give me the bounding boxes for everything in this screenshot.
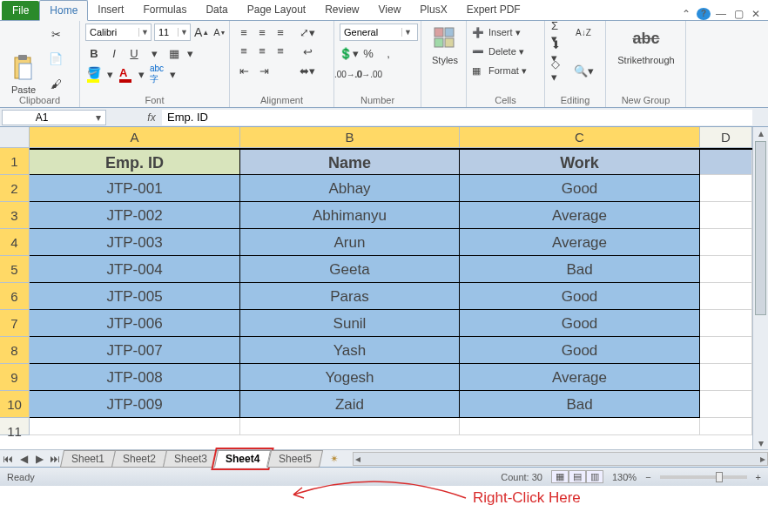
row-header-5[interactable]: 5 (0, 256, 30, 283)
page-break-view-icon[interactable]: ▥ (586, 470, 603, 483)
cell[interactable] (700, 364, 752, 391)
comma-icon[interactable]: , (380, 44, 397, 62)
increase-font-icon[interactable]: A▲ (193, 24, 210, 41)
cells-area[interactable]: Emp. IDNameWorkJTP-001AbhayGoodJTP-002Ab… (30, 148, 752, 435)
cell[interactable]: Abhay (240, 175, 460, 202)
cell[interactable]: Yogesh (240, 364, 460, 391)
copy-icon[interactable]: 📄 (47, 51, 64, 68)
prev-sheet-icon[interactable]: ◀ (16, 453, 31, 465)
decrease-decimal-icon[interactable]: .0→.00 (360, 65, 377, 83)
tab-formulas[interactable]: Formulas (133, 0, 196, 20)
increase-indent-icon[interactable]: ⇥ (255, 62, 273, 79)
cell[interactable]: JTP-005 (30, 283, 240, 310)
cell[interactable]: JTP-006 (30, 310, 240, 337)
tab-view[interactable]: View (369, 0, 411, 20)
cell[interactable] (700, 175, 752, 202)
border-menu-icon[interactable]: ▾ (185, 44, 194, 62)
select-all-corner[interactable] (0, 127, 30, 148)
cell[interactable]: Abhimanyu (240, 202, 460, 229)
cell[interactable]: Good (460, 337, 700, 364)
number-format-combo[interactable]: ▼ (340, 24, 418, 41)
bold-icon[interactable]: B (85, 44, 103, 62)
row-header-11[interactable]: 11 (0, 418, 30, 435)
cell[interactable]: JTP-002 (30, 202, 240, 229)
cell[interactable]: Yash (240, 337, 460, 364)
normal-view-icon[interactable]: ▦ (551, 470, 569, 483)
row-header-6[interactable]: 6 (0, 283, 30, 310)
align-center-icon[interactable]: ≡ (253, 42, 271, 59)
cell[interactable]: Sunil (240, 310, 460, 337)
tab-insert[interactable]: Insert (88, 0, 133, 20)
underline-icon[interactable]: U (125, 44, 143, 62)
orientation-icon[interactable]: ⤢▾ (294, 24, 320, 41)
font-name-combo[interactable]: ▼ (85, 24, 152, 41)
row-header-9[interactable]: 9 (0, 364, 30, 391)
zoom-in-icon[interactable]: + (756, 472, 761, 482)
percent-icon[interactable]: % (360, 44, 377, 62)
double-underline-icon[interactable]: ▾ (145, 44, 163, 62)
cell[interactable] (700, 337, 752, 364)
chevron-down-icon[interactable]: ▾ (91, 111, 105, 124)
cell[interactable] (700, 283, 752, 310)
cell[interactable]: Good (460, 310, 700, 337)
cell[interactable]: JTP-001 (30, 175, 240, 202)
wrap-text-icon[interactable]: ↩ (294, 43, 320, 60)
cell[interactable]: JTP-007 (30, 337, 240, 364)
cell[interactable] (700, 229, 752, 256)
align-bottom-icon[interactable]: ≡ (272, 24, 289, 41)
zoom-out-icon[interactable]: − (645, 472, 650, 482)
insert-cells-button[interactable]: ➕Insert ▾ (472, 24, 539, 41)
border-icon[interactable]: ▦ (165, 44, 183, 62)
row-header-8[interactable]: 8 (0, 337, 30, 364)
paste-button[interactable]: Paste (5, 24, 42, 95)
cell[interactable]: Bad (460, 256, 700, 283)
cell[interactable]: Good (460, 175, 700, 202)
find-icon[interactable]: 🔍▾ (570, 62, 596, 79)
sheet-tab-sheet4[interactable]: Sheet4 (214, 450, 272, 468)
page-layout-view-icon[interactable]: ▤ (569, 470, 586, 483)
cell-reference-input[interactable] (3, 111, 81, 124)
italic-icon[interactable]: I (105, 44, 123, 62)
decrease-indent-icon[interactable]: ⇤ (235, 62, 253, 79)
cell[interactable] (700, 391, 752, 418)
cell[interactable]: Emp. ID (30, 150, 240, 175)
phonetic-menu-icon[interactable]: ▾ (168, 65, 177, 83)
column-header-C[interactable]: C (460, 127, 700, 147)
font-size-combo[interactable]: ▼ (154, 24, 191, 41)
font-color-icon[interactable]: A (117, 65, 134, 83)
fill-color-icon[interactable]: 🪣 (85, 65, 103, 83)
cell[interactable] (700, 418, 752, 435)
decrease-font-icon[interactable]: A▼ (212, 24, 226, 41)
cell[interactable]: Geeta (240, 256, 460, 283)
row-header-3[interactable]: 3 (0, 202, 30, 229)
new-sheet-icon[interactable]: ✴ (325, 453, 344, 465)
cell[interactable]: JTP-004 (30, 256, 240, 283)
font-name-input[interactable] (86, 27, 138, 37)
number-format-input[interactable] (340, 27, 401, 37)
clear-icon[interactable]: ◇ ▾ (550, 62, 568, 79)
format-cells-button[interactable]: ▦Format ▾ (472, 62, 539, 79)
tab-plusx[interactable]: PlusX (410, 0, 456, 20)
sheet-tab-sheet2[interactable]: Sheet2 (111, 450, 167, 468)
cell[interactable]: Name (240, 150, 460, 175)
file-tab[interactable]: File (2, 1, 39, 20)
tab-review[interactable]: Review (315, 0, 368, 20)
chevron-down-icon[interactable]: ▼ (401, 28, 414, 37)
close-icon[interactable]: ✕ (749, 8, 763, 20)
cell[interactable]: JTP-009 (30, 391, 240, 418)
cell[interactable]: JTP-008 (30, 364, 240, 391)
cell[interactable] (700, 202, 752, 229)
cell[interactable] (240, 418, 460, 435)
cell[interactable]: Good (460, 283, 700, 310)
cell[interactable]: Bad (460, 391, 700, 418)
help-icon[interactable]: ? (697, 7, 711, 20)
vertical-scrollbar[interactable]: ▴ ▾ (752, 127, 768, 449)
tab-page-layout[interactable]: Page Layout (238, 0, 315, 20)
align-right-icon[interactable]: ≡ (272, 42, 289, 59)
cell[interactable]: JTP-003 (30, 229, 240, 256)
align-middle-icon[interactable]: ≡ (253, 24, 271, 41)
cell[interactable] (700, 256, 752, 283)
merge-icon[interactable]: ⬌▾ (294, 62, 320, 79)
sheet-tab-sheet5[interactable]: Sheet5 (266, 450, 322, 468)
zoom-level[interactable]: 130% (612, 472, 637, 482)
